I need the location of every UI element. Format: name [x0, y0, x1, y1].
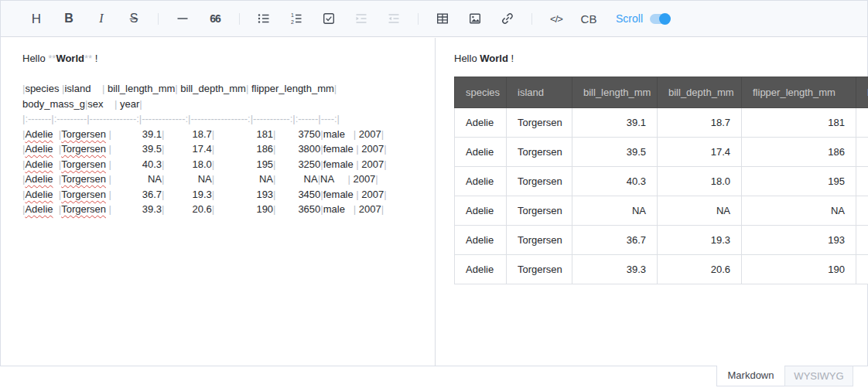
text-segment: NA: [320, 173, 347, 185]
text-segment: male: [323, 203, 354, 215]
text-segment: 186: [214, 143, 273, 155]
code-button[interactable]: </>: [544, 6, 569, 31]
text-segment: bill_length_mm: [104, 83, 175, 94]
table-cell: 17.4: [658, 137, 742, 166]
quote-button[interactable]: 66: [203, 6, 227, 31]
table-cell: 195: [742, 166, 856, 196]
hr-button[interactable]: [170, 6, 195, 31]
ordered-list-button[interactable]: 12: [284, 6, 309, 31]
misspelled-word: Torgersen: [61, 128, 106, 140]
text-segment: 2007: [356, 203, 381, 215]
table-row: AdelieTorgersen36.719.31933450female2007: [455, 225, 868, 254]
toolbar-divider: [531, 13, 532, 25]
table-cell: 39.3: [572, 254, 658, 284]
text-segment: 2007: [359, 158, 384, 170]
markdown-line: |Adelie |Torgersen | 40.3| 18.0| 195| 32…: [22, 157, 429, 172]
toolbar-divider: [158, 13, 159, 25]
ordered-list-icon: 12: [289, 12, 303, 26]
text-segment: 195: [214, 158, 273, 170]
misspelled-word: Adelie: [25, 189, 53, 200]
table-button[interactable]: [430, 6, 455, 31]
markdown-line: |Adelie |Torgersen | NA| NA| NA| NA|NA |…: [22, 172, 429, 187]
md-delimiter: |: [334, 83, 337, 94]
misspelled-word: Adelie: [25, 158, 53, 170]
md-delimiter: **: [84, 53, 92, 64]
heading-button[interactable]: H: [24, 6, 49, 31]
misspelled-word: Adelie: [25, 203, 53, 215]
table-header-cell: flipper_length_mm: [742, 77, 856, 107]
bold-button[interactable]: B: [56, 6, 81, 31]
table-row: AdelieTorgersen39.320.61903650male2007: [455, 254, 868, 284]
table-row: AdelieTorgersenNANANANANA2007: [455, 196, 868, 225]
preview-table: speciesislandbill_length_mmbill_depth_mm…: [454, 77, 868, 284]
text-segment: 18.0: [164, 158, 211, 170]
tab-wysiwyg[interactable]: WYSIWYG: [784, 366, 853, 386]
image-icon: [468, 12, 482, 26]
misspelled-word: Torgersen: [61, 203, 106, 215]
text-segment: 20.6: [164, 203, 211, 215]
strike-button[interactable]: S: [121, 6, 146, 31]
md-delimiter: |: [381, 128, 384, 140]
table-cell: Adelie: [455, 196, 507, 225]
code-icon: </>: [550, 14, 562, 24]
misspelled-word: Torgersen: [61, 173, 106, 185]
italic-button[interactable]: I: [89, 6, 114, 31]
text-segment: !: [508, 53, 514, 64]
table-cell: 39.1: [572, 107, 658, 137]
table-cell: 40.3: [572, 166, 658, 196]
table-cell: 19.3: [658, 225, 742, 254]
table-header-cell: island: [507, 77, 572, 107]
bold-icon: B: [64, 12, 73, 25]
table-cell: NA: [856, 196, 868, 225]
toolbar: HBIS6612</>CBScroll: [1, 1, 867, 37]
bullet-list-button[interactable]: [251, 6, 276, 31]
hr-icon: [176, 12, 190, 26]
text-segment: NA: [214, 173, 273, 185]
table-cell: 3800: [856, 137, 868, 166]
table-header-cell: species: [455, 77, 507, 107]
scroll-sync-toggle[interactable]: [650, 14, 669, 24]
table-cell: NA: [658, 196, 742, 225]
outdent-button: [381, 6, 406, 31]
markdown-source-pane[interactable]: Hello **World** ! |species |island | bil…: [2, 38, 435, 366]
text-segment: 3250: [276, 158, 321, 170]
md-delimiter: |: [384, 158, 386, 170]
text-segment: 190: [214, 203, 273, 215]
text-segment: species: [25, 83, 62, 94]
misspelled-word: Torgersen: [61, 158, 106, 170]
task-list-button[interactable]: [316, 6, 341, 31]
svg-text:2: 2: [291, 19, 294, 25]
markdown-line: |Adelie |Torgersen | 39.3| 20.6| 190| 36…: [22, 202, 429, 217]
md-delimiter: |: [384, 189, 386, 200]
text-segment: 3450: [276, 189, 321, 200]
heading-icon: H: [32, 12, 41, 26]
italic-icon: I: [99, 12, 103, 25]
codeblock-icon: CB: [581, 13, 597, 25]
text-segment: Hello: [454, 53, 480, 64]
scroll-sync-label[interactable]: Scroll: [616, 12, 643, 25]
tab-markdown[interactable]: Markdown: [716, 366, 785, 386]
scroll-sync: Scroll: [616, 12, 669, 25]
table-header-row: speciesislandbill_length_mmbill_depth_mm…: [455, 77, 868, 107]
table-cell: 190: [742, 254, 856, 284]
table-cell: Torgersen: [507, 225, 572, 254]
table-cell: Adelie: [455, 166, 507, 196]
text-segment: 39.3: [111, 203, 162, 215]
outdent-icon: [387, 12, 401, 26]
codeblock-button[interactable]: CB: [576, 6, 601, 31]
indent-button: [349, 6, 374, 31]
text-segment: !: [92, 53, 97, 64]
image-button[interactable]: [463, 6, 487, 31]
table-cell: Adelie: [455, 107, 507, 137]
table-cell: 3750: [856, 107, 868, 137]
text-segment: female: [323, 189, 357, 200]
indent-icon: [354, 12, 368, 26]
text-segment: 3650: [276, 203, 321, 215]
mode-switch-bar: Markdown WYSIWYG: [0, 366, 868, 388]
markdown-line: Hello **World** !: [22, 51, 429, 66]
text-segment: 181: [214, 128, 273, 140]
table-cell: 36.7: [572, 225, 658, 254]
table-cell: 186: [742, 137, 856, 166]
markdown-line: [22, 66, 429, 82]
link-button[interactable]: [495, 6, 520, 31]
